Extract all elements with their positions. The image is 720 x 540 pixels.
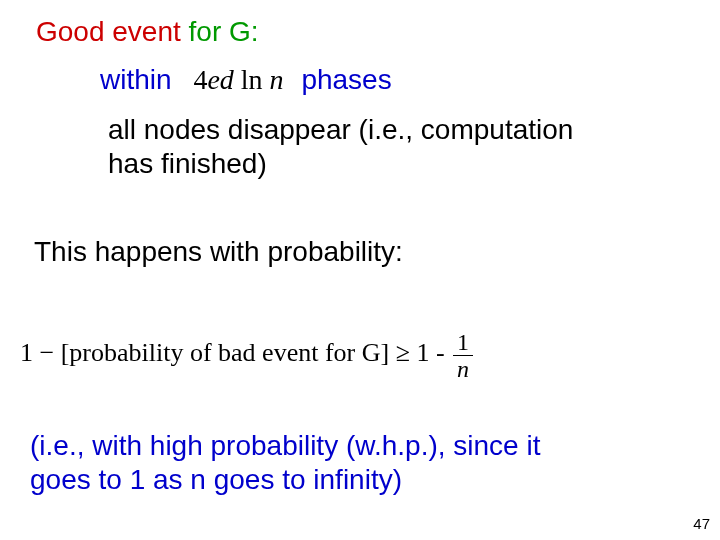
slide: Good event for G: within 4ed ln n phases… <box>0 0 720 540</box>
title-good-event: Good event <box>36 16 189 47</box>
within-line: within 4ed ln n phases <box>100 66 392 94</box>
fraction-numerator: 1 <box>453 330 473 354</box>
title: Good event for G: <box>36 18 259 46</box>
body-line-2: has finished) <box>108 150 267 178</box>
probability-expression: 1 − [probability of bad event for G] ≥ 1… <box>20 330 475 381</box>
fraction: 1 n <box>453 330 473 381</box>
within-word: within <box>100 64 172 95</box>
body-line-1: all nodes disappear (i.e., computation <box>108 116 573 144</box>
footer-line-1: (i.e., with high probability (w.h.p.), s… <box>30 432 540 460</box>
phases-word: phases <box>301 64 391 95</box>
happens-line: This happens with probability: <box>34 238 403 266</box>
page-number: 47 <box>693 515 710 532</box>
title-for-g: for G: <box>189 16 259 47</box>
fraction-denominator: n <box>453 357 473 381</box>
phase-formula: 4ed ln n <box>193 64 283 95</box>
footer-line-2: goes to 1 as n goes to infinity) <box>30 466 402 494</box>
prob-prefix: 1 − [probability of bad event for G] ≥ 1… <box>20 338 451 367</box>
